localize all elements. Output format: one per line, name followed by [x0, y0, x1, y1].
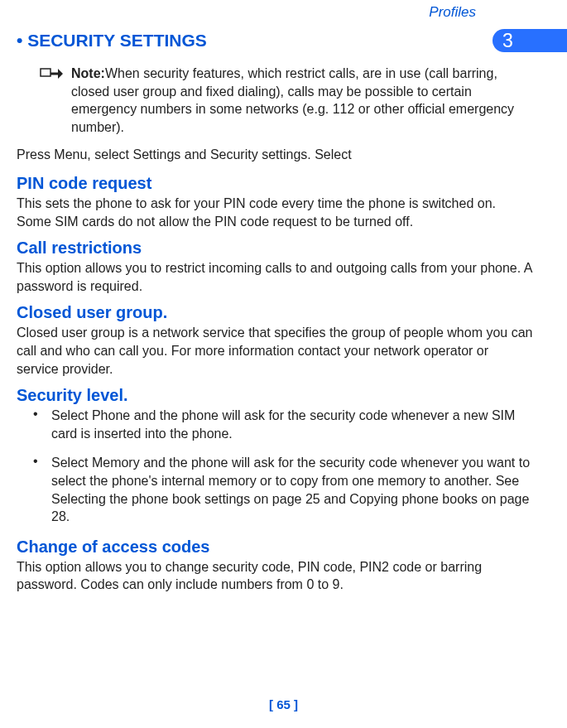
header-topic: Profiles [429, 4, 476, 21]
chapter-number-tab: 3 [493, 29, 567, 52]
note-label: Note: [71, 66, 105, 80]
bullet-text: Select Phone and the phone will ask for … [51, 407, 534, 442]
page-number: [ 65 ] [0, 697, 567, 711]
note-body: When security features, which restrict c… [71, 66, 514, 134]
bullet-text: Select Memory and the phone will ask for… [51, 454, 534, 525]
subheading-pin-code-request: PIN code request [17, 174, 534, 193]
page-content: Note:When security features, which restr… [0, 65, 567, 594]
body-closed-user-group: Closed user group is a network service t… [17, 324, 534, 378]
bullet-icon: • [33, 454, 45, 469]
note-text: Note:When security features, which restr… [71, 65, 534, 136]
subheading-change-access-codes: Change of access codes [17, 538, 534, 557]
subheading-security-level: Security level. [17, 386, 534, 405]
svg-rect-0 [41, 69, 50, 76]
body-pin-code-request: This sets the phone to ask for your PIN … [17, 195, 534, 230]
bullet-icon: • [33, 407, 45, 422]
list-item: • Select Memory and the phone will ask f… [17, 454, 534, 525]
body-change-access-codes: This option allows you to change securit… [17, 558, 534, 594]
list-item: • Select Phone and the phone will ask fo… [17, 407, 534, 442]
section-heading-security-settings: • SECURITY SETTINGS [17, 31, 493, 51]
subheading-call-restrictions: Call restrictions [17, 239, 534, 258]
body-call-restrictions: This option allows you to restrict incom… [17, 259, 534, 295]
note-arrow-icon [40, 66, 63, 83]
security-level-list: • Select Phone and the phone will ask fo… [17, 407, 534, 526]
subheading-closed-user-group: Closed user group. [17, 303, 534, 322]
instruction-text: Press Menu, select Settings and Security… [17, 146, 534, 164]
note-block: Note:When security features, which restr… [40, 65, 534, 136]
